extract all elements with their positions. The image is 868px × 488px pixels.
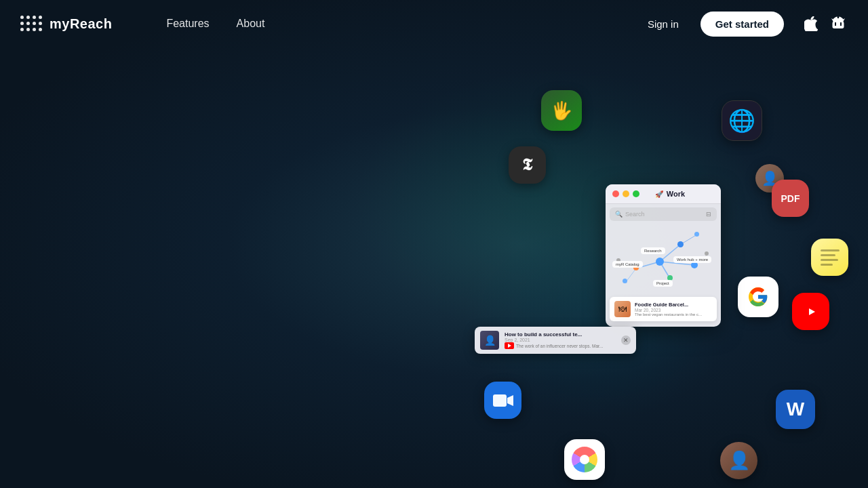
nav-about[interactable]: About [237, 18, 265, 30]
svg-line-10 [626, 268, 636, 282]
search-placeholder: Search [625, 211, 645, 218]
food-card-thumbnail: 🍽 [614, 301, 631, 317]
yt-card-title: How to build a successful te... [505, 331, 616, 338]
photos-wheel-icon [572, 447, 597, 472]
word-letter-icon: W [787, 399, 804, 420]
work-panel-search[interactable]: 🔍 Search ⊟ [610, 207, 717, 221]
graph-chip-1: myR Catalog [612, 261, 643, 268]
panel-minimize-button[interactable] [623, 190, 629, 197]
nav-links: Features About [166, 18, 264, 30]
work-panel-header: 🚀 Work [606, 184, 721, 204]
platform-icons [802, 14, 848, 33]
food-card-title: Foodie Guide Barcel... [635, 302, 712, 308]
pdf-icon[interactable]: PDF [772, 180, 809, 217]
word-icon[interactable]: W [776, 390, 815, 429]
food-card-date: Mar 20, 2023 [635, 308, 712, 312]
notes-icon[interactable] [811, 239, 848, 276]
panel-controls [612, 190, 639, 197]
youtube-play-icon [508, 344, 511, 348]
panel-close-button[interactable] [612, 190, 619, 197]
android-icon[interactable] [829, 14, 848, 33]
getstarted-button[interactable]: Get started [701, 12, 784, 37]
yt-card-description: The work of an influencer never stops. M… [505, 342, 616, 349]
work-panel-title: 🚀 Work [655, 190, 685, 198]
graph-node-3 [694, 232, 699, 237]
user-avatar-icon[interactable]: 👤 [720, 442, 757, 479]
youtube-logo-icon [800, 304, 822, 319]
panel-maximize-button[interactable] [633, 190, 639, 197]
apple-icon[interactable] [802, 14, 821, 33]
youtube-card-popup[interactable]: 👤 How to build a successful te... Sep 2,… [475, 327, 636, 354]
nytimes-icon[interactable]: 𝕿 [509, 146, 546, 184]
globe-icon: 🌐 [728, 108, 755, 134]
yt-card-close-button[interactable]: ✕ [621, 336, 631, 345]
navbar: myReach Features About Sign in Get start… [0, 0, 868, 47]
nyt-letter-icon: 𝕿 [522, 156, 532, 174]
graph-chip-3: Project [653, 280, 673, 287]
yt-card-info: How to build a successful te... Sep 2, 2… [505, 331, 616, 349]
logo-dots [20, 16, 43, 32]
pdf-label: PDF [781, 193, 800, 204]
photos-icon[interactable] [564, 439, 605, 480]
wikipedia-icon[interactable]: 🌐 [722, 100, 762, 141]
youtube-badge-icon [505, 342, 514, 349]
graph-node-main [656, 258, 664, 266]
nav-features[interactable]: Features [166, 18, 209, 30]
food-card-description: The best vegan restaurants in the c... [635, 312, 712, 317]
graph-node-9 [705, 251, 709, 256]
nav-actions: Sign in Get started [637, 12, 848, 37]
avatar-icon: 👤 [728, 450, 750, 471]
logo[interactable]: myReach [20, 16, 112, 32]
work-panel-graph: myR Catalog Research Project Work hub + … [606, 224, 721, 299]
search-icon: 🔍 [615, 211, 623, 218]
google-icon[interactable] [738, 277, 778, 317]
work-panel[interactable]: 🚀 Work 🔍 Search ⊟ m [606, 184, 721, 327]
svg-rect-2 [493, 394, 507, 407]
signin-button[interactable]: Sign in [637, 13, 690, 35]
filter-icon[interactable]: ⊟ [706, 211, 711, 218]
food-guide-card[interactable]: 🍽 Foodie Guide Barcel... Mar 20, 2023 Th… [610, 297, 717, 321]
zoom-icon[interactable] [484, 382, 521, 419]
graph-node-6 [623, 279, 627, 283]
graph-chip-2: Research [641, 247, 665, 254]
youtube-icon[interactable] [792, 293, 829, 330]
yt-card-date: Sep 2, 2021 [505, 338, 616, 342]
google-logo-icon [747, 286, 769, 308]
clover-app-icon[interactable]: 🖐 [541, 90, 582, 131]
food-card-info: Foodie Guide Barcel... Mar 20, 2023 The … [635, 302, 712, 317]
svg-marker-3 [507, 395, 513, 406]
background [0, 0, 868, 488]
graph-chip-4: Work hub + more [673, 256, 711, 263]
zoom-camera-icon [493, 393, 513, 408]
graph-node-2 [677, 241, 684, 247]
clover-icon: 🖐 [551, 100, 572, 121]
yt-card-thumbnail: 👤 [480, 331, 499, 350]
logo-text: myReach [50, 16, 112, 32]
notes-lines-icon [815, 244, 845, 271]
